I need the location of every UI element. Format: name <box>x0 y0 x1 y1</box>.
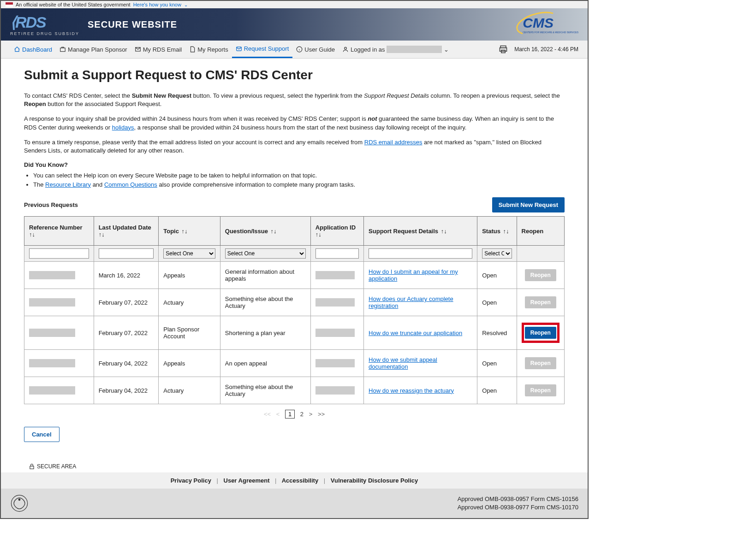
footer-links: Privacy Policy | User Agreement | Access… <box>1 472 588 489</box>
filter-status-select[interactable]: Select One <box>482 248 512 259</box>
filter-details-input[interactable] <box>369 248 472 259</box>
footer-privacy[interactable]: Privacy Policy <box>171 477 211 484</box>
print-icon[interactable] <box>499 45 508 54</box>
support-mail-icon <box>236 46 242 52</box>
table-row: February 04, 2022 Actuary Something else… <box>24 377 565 404</box>
filter-date-input[interactable] <box>99 248 154 259</box>
cancel-button[interactable]: Cancel <box>24 427 60 442</box>
page-first[interactable]: << <box>264 411 271 418</box>
svg-rect-6 <box>500 48 507 52</box>
cell-question: General information about appeals <box>220 262 310 289</box>
table-row: February 07, 2022 Plan Sponsor Account S… <box>24 316 565 350</box>
cell-reopen: Reopen <box>517 316 564 350</box>
support-request-detail-link[interactable]: How does our Actuary complete registrati… <box>369 295 453 309</box>
page-1[interactable]: 1 <box>285 410 295 419</box>
col-reference-number[interactable]: Reference Number ↑↓ <box>24 217 94 246</box>
appid-redacted <box>315 298 355 307</box>
cell-question: An open appeal <box>220 350 310 377</box>
support-request-detail-link[interactable]: How do I submit an appeal for my applica… <box>369 268 458 282</box>
col-reopen: Reopen <box>517 217 564 246</box>
page-next[interactable]: > <box>309 411 313 418</box>
table-row: February 04, 2022 Appeals An open appeal… <box>24 350 565 377</box>
page-prev[interactable]: < <box>276 411 280 418</box>
nav-dashboard[interactable]: DashBoard <box>10 41 56 58</box>
cell-topic: Appeals <box>159 262 220 289</box>
header: ⟨RDS RETIREE DRUG SUBSIDY SECURE WEBSITE… <box>1 8 588 41</box>
cell-topic: Actuary <box>159 289 220 316</box>
timestamp: March 16, 2022 - 4:46 PM <box>514 46 578 53</box>
us-flag-icon <box>6 2 13 7</box>
nav-my-reports[interactable]: My Reports <box>185 41 232 58</box>
col-details[interactable]: Support Request Details ↑↓ <box>364 217 477 246</box>
page-2[interactable]: 2 <box>300 411 304 418</box>
svg-rect-8 <box>30 466 34 469</box>
intro-para-3: To ensure a timely response, please veri… <box>24 138 565 155</box>
table-row: February 07, 2022 Actuary Something else… <box>24 289 565 316</box>
cell-status: Resolved <box>477 316 517 350</box>
chevron-down-icon[interactable]: ⌄ <box>444 46 449 53</box>
pagination: << < 1 2 > >> <box>24 411 565 418</box>
cell-date: March 16, 2022 <box>94 262 159 289</box>
footer-accessibility[interactable]: Accessibility <box>282 477 319 484</box>
footer-agreement[interactable]: User Agreement <box>224 477 270 484</box>
cell-status: Open <box>477 262 517 289</box>
cell-date: February 07, 2022 <box>94 316 159 350</box>
cell-reopen: Reopen <box>517 377 564 404</box>
intro-para-1: To contact CMS' RDS Center, select the S… <box>24 92 565 108</box>
briefcase-icon <box>60 46 66 53</box>
holidays-link[interactable]: holidays <box>112 124 134 131</box>
cell-question: Shortening a plan year <box>220 316 310 350</box>
svg-rect-0 <box>60 48 65 52</box>
col-last-updated[interactable]: Last Updated Date ↑↓ <box>94 217 159 246</box>
cell-topic: Appeals <box>159 350 220 377</box>
mail-icon <box>135 46 141 53</box>
support-request-detail-link[interactable]: How do we truncate our application <box>369 330 462 336</box>
appid-redacted <box>315 386 355 395</box>
reference-redacted <box>29 386 75 395</box>
filter-reference-input[interactable] <box>29 248 89 259</box>
support-request-detail-link[interactable]: How do we reassign the actuary <box>369 387 454 394</box>
appid-redacted <box>315 271 355 279</box>
main-content: Submit a Support Request to CMS' RDS Cen… <box>1 59 588 460</box>
resource-library-link[interactable]: Resource Library <box>45 181 91 188</box>
user-icon <box>342 46 349 53</box>
page-title: Submit a Support Request to CMS' RDS Cen… <box>24 68 565 83</box>
rds-logo: ⟨RDS RETIREE DRUG SUBSIDY <box>10 13 79 36</box>
previous-requests-label: Previous Requests <box>24 201 78 208</box>
support-request-detail-link[interactable]: How do we submit appeal documentation <box>369 356 437 370</box>
reference-redacted <box>29 359 75 367</box>
chevron-down-icon[interactable]: ⌄ <box>184 2 188 7</box>
filter-topic-select[interactable]: Select One <box>163 248 215 259</box>
filter-question-select[interactable]: Select One <box>225 248 306 259</box>
appid-redacted <box>315 359 355 367</box>
secure-area: SECURE AREA <box>1 460 588 472</box>
rds-email-link[interactable]: RDS email addresses <box>364 139 423 146</box>
nav-user-guide[interactable]: User Guide <box>292 41 339 58</box>
page-last[interactable]: >> <box>318 411 325 418</box>
appid-redacted <box>315 329 355 337</box>
footer-vulnerability[interactable]: Vulnerability Disclosure Policy <box>331 477 418 484</box>
nav-rds-email[interactable]: My RDS Email <box>131 41 186 58</box>
common-questions-link[interactable]: Common Questions <box>104 181 157 188</box>
site-title: SECURE WEBSITE <box>88 19 177 30</box>
col-application-id[interactable]: Application ID ↑↓ <box>310 217 363 246</box>
reopen-button[interactable]: Reopen <box>525 327 556 339</box>
filter-appid-input[interactable] <box>315 248 359 259</box>
col-status[interactable]: Status ↑↓ <box>477 217 517 246</box>
col-question[interactable]: Question/Issue ↑↓ <box>220 217 310 246</box>
gov-banner-link[interactable]: Here's how you know <box>133 2 181 7</box>
reference-redacted <box>29 271 75 279</box>
nav-logged-in[interactable]: Logged in as ⌄ <box>339 41 452 58</box>
did-you-know-heading: Did You Know? <box>24 161 565 168</box>
submit-new-request-button[interactable]: Submit New Request <box>492 197 565 212</box>
cell-topic: Actuary <box>159 377 220 404</box>
reopen-button: Reopen <box>525 384 556 396</box>
nav-request-support[interactable]: Request Support <box>232 41 293 58</box>
requests-table: Reference Number ↑↓ Last Updated Date ↑↓… <box>24 216 565 404</box>
col-topic[interactable]: Topic ↑↓ <box>159 217 220 246</box>
cell-question: Something else about the Actuary <box>220 377 310 404</box>
nav-manage-plan-sponsor[interactable]: Manage Plan Sponsor <box>56 41 131 58</box>
svg-point-4 <box>345 47 347 49</box>
cell-date: February 04, 2022 <box>94 377 159 404</box>
svg-point-10 <box>18 499 21 501</box>
